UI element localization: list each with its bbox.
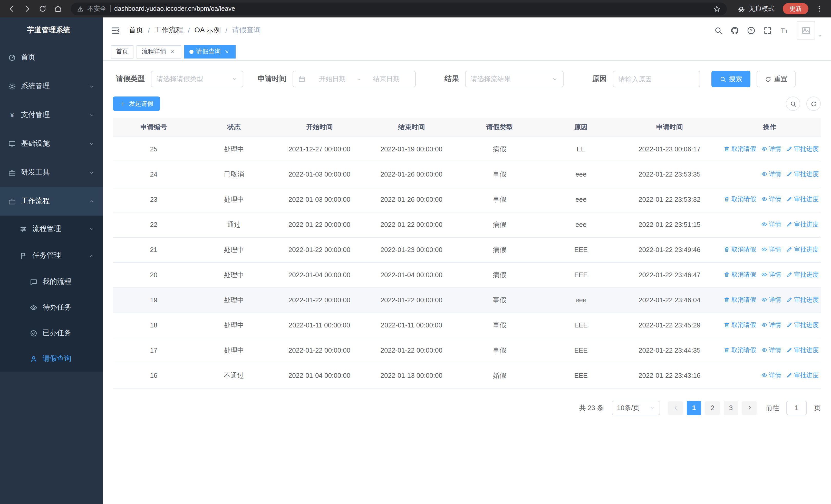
sidebar-item-系统管理[interactable]: 系统管理 (0, 72, 103, 100)
fullscreen-icon[interactable] (763, 26, 772, 35)
sidebar-item-流程管理[interactable]: 流程管理 (0, 215, 103, 242)
action-progress-link[interactable]: 审批进度 (786, 296, 819, 304)
tab-close-icon[interactable] (169, 48, 176, 55)
action-label: 取消请假 (732, 145, 756, 153)
sidebar-item-我的流程[interactable]: 我的流程 (0, 269, 103, 295)
action-detail-link[interactable]: 详情 (761, 296, 781, 304)
action-cancel-link[interactable]: 取消请假 (724, 245, 756, 254)
sidebar-item-首页[interactable]: 首页 (0, 43, 103, 72)
forward-icon[interactable] (21, 2, 34, 16)
reset-button[interactable]: 重置 (756, 71, 796, 87)
sidebar-item-请假查询[interactable]: 请假查询 (0, 346, 103, 372)
reason-input[interactable] (619, 75, 694, 83)
action-progress-link[interactable]: 审批进度 (786, 195, 819, 204)
cell-status: 通过 (195, 212, 274, 237)
action-progress-link[interactable]: 审批进度 (786, 220, 819, 229)
action-detail-link[interactable]: 详情 (761, 371, 781, 380)
breadcrumb-item[interactable]: 工作流程 (154, 26, 183, 35)
url-bar[interactable]: 不安全 dashboard.yudao.iocoder.cn/bpm/oa/le… (71, 2, 727, 15)
sidebar-item-待办任务[interactable]: 待办任务 (0, 295, 103, 320)
breadcrumb-item: 请假查询 (232, 26, 261, 35)
yen-icon: ¥ (8, 111, 16, 119)
prev-page-button[interactable] (668, 401, 683, 415)
action-progress-link[interactable]: 审批进度 (786, 346, 819, 355)
topbar: 首页/工作流程/OA 示例/请假查询 ?TT (103, 18, 831, 43)
star-icon[interactable] (713, 5, 721, 12)
warning-icon (77, 5, 84, 12)
fontsize-icon[interactable]: TT (780, 26, 789, 35)
cell-status: 处理中 (195, 288, 274, 313)
browser-menu-icon[interactable] (812, 2, 826, 16)
url-text: dashboard.yudao.iocoder.cn/bpm/oa/leave (114, 5, 709, 12)
page-button-2[interactable]: 2 (705, 401, 720, 415)
page-button-3[interactable]: 3 (724, 401, 738, 415)
action-detail-link[interactable]: 详情 (761, 220, 781, 229)
action-cancel-link[interactable]: 取消请假 (724, 270, 756, 279)
search-icon[interactable] (714, 26, 723, 35)
leave-type-select[interactable]: 请选择请假类型 (151, 71, 243, 87)
action-progress-link[interactable]: 审批进度 (786, 270, 819, 279)
breadcrumb-item[interactable]: 首页 (129, 26, 143, 35)
action-detail-link[interactable]: 详情 (761, 346, 781, 355)
create-leave-button[interactable]: 发起请假 (113, 96, 160, 111)
action-label: 详情 (769, 170, 781, 179)
sidebar-fold-icon[interactable] (111, 25, 121, 35)
sidebar-item-支付管理[interactable]: ¥支付管理 (0, 100, 103, 129)
browser-update-button[interactable]: 更新 (783, 3, 808, 14)
next-page-button[interactable] (742, 401, 756, 415)
action-detail-link[interactable]: 详情 (761, 195, 781, 204)
sidebar-item-任务管理[interactable]: 任务管理 (0, 242, 103, 269)
action-detail-link[interactable]: 详情 (761, 145, 781, 153)
filter-leave-type: 请假类型 请选择请假类型 (113, 71, 243, 87)
reason-input-wrap (613, 71, 700, 87)
home-icon[interactable] (51, 2, 65, 16)
action-cancel-link[interactable]: 取消请假 (724, 321, 756, 329)
date-range-picker[interactable]: 开始日期 - 结束日期 (292, 71, 416, 87)
page-goto-input[interactable] (786, 401, 807, 415)
user-menu[interactable] (797, 21, 823, 39)
table-toolbar: 发起请假 (113, 96, 821, 111)
action-label: 详情 (769, 371, 781, 380)
result-select[interactable]: 请选择流结果 (465, 71, 564, 87)
back-icon[interactable] (5, 2, 19, 16)
done-icon (30, 329, 37, 337)
action-progress-link[interactable]: 审批进度 (786, 145, 819, 153)
sidebar-item-研发工具[interactable]: 研发工具 (0, 158, 103, 187)
goto-unit-label: 页 (814, 403, 821, 412)
tab-close-icon[interactable] (223, 48, 230, 55)
action-cancel-link[interactable]: 取消请假 (724, 346, 756, 355)
toggle-search-icon[interactable] (786, 96, 800, 111)
action-cancel-link[interactable]: 取消请假 (724, 195, 756, 204)
sidebar-item-工作流程[interactable]: 工作流程 (0, 187, 103, 215)
cell-applied: 2022-01-22 23:45:29 (620, 313, 719, 338)
page-button-1[interactable]: 1 (687, 401, 701, 415)
tab-首页[interactable]: 首页 (111, 45, 134, 58)
app-shell: 芋道管理系统 首页系统管理¥支付管理基础设施研发工具工作流程流程管理任务管理我的… (0, 18, 831, 504)
action-progress-link[interactable]: 审批进度 (786, 321, 819, 329)
table-row: 21处理中2022-01-22 00:00:002022-01-23 00:00… (113, 237, 821, 262)
view-icon (761, 221, 767, 228)
action-detail-link[interactable]: 详情 (761, 170, 781, 179)
sidebar-item-基础设施[interactable]: 基础设施 (0, 129, 103, 158)
breadcrumb-item[interactable]: OA 示例 (195, 26, 221, 35)
search-icon (720, 76, 726, 82)
table-refresh-icon[interactable] (806, 96, 821, 111)
action-detail-link[interactable]: 详情 (761, 270, 781, 279)
page-size-select[interactable]: 10条/页 (612, 401, 660, 415)
action-progress-link[interactable]: 审批进度 (786, 371, 819, 380)
question-icon[interactable]: ? (747, 26, 755, 35)
search-button[interactable]: 搜索 (711, 71, 750, 87)
cell-actions: 取消请假详情审批进度 (719, 262, 821, 288)
action-cancel-link[interactable]: 取消请假 (724, 145, 756, 153)
action-progress-link[interactable]: 审批进度 (786, 170, 819, 179)
github-icon[interactable] (730, 26, 739, 35)
reload-icon[interactable] (36, 2, 49, 16)
tab-流程详情[interactable]: 流程详情 (137, 45, 181, 58)
action-detail-link[interactable]: 详情 (761, 321, 781, 329)
action-detail-link[interactable]: 详情 (761, 245, 781, 254)
action-cancel-link[interactable]: 取消请假 (724, 296, 756, 304)
column-header: 原因 (542, 118, 620, 137)
tab-请假查询[interactable]: 请假查询 (184, 45, 236, 58)
sidebar-item-已办任务[interactable]: 已办任务 (0, 320, 103, 346)
action-progress-link[interactable]: 审批进度 (786, 245, 819, 254)
